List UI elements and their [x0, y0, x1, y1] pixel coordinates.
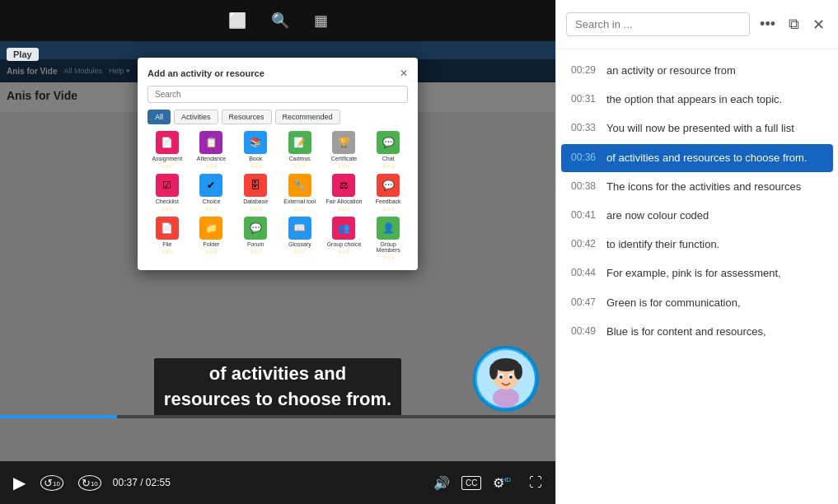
- play-badge: Play: [7, 48, 39, 61]
- fair-allocation-icon: ⚖: [332, 174, 355, 197]
- progress-bar-container[interactable]: [0, 415, 555, 418]
- more-options-button[interactable]: •••: [756, 12, 779, 36]
- transcript-text-0033: You will now be presented with a full li…: [606, 121, 794, 136]
- transcript-time-0038: 00:38: [571, 180, 600, 194]
- close-icon: ✕: [812, 16, 825, 33]
- activity-certificate[interactable]: 🏆 Certificate ☆☆☆: [325, 131, 364, 169]
- book-label: Book: [249, 156, 262, 161]
- activity-choice[interactable]: ✔ Choice ☆☆☆: [192, 174, 232, 212]
- transcript-item-0033[interactable]: 00:33 You will now be presented with a f…: [561, 114, 833, 142]
- tab-recommended[interactable]: Recommended: [275, 110, 340, 124]
- time-display: 00:37 / 02:55: [113, 477, 171, 488]
- copy-button[interactable]: ⧉: [785, 12, 803, 36]
- transcript-text-0042: to identify their function.: [606, 237, 719, 252]
- database-icon: 🗄: [244, 174, 267, 197]
- fullscreen-icon: ⛶: [529, 475, 542, 490]
- checklist-label: Checklist: [156, 198, 179, 204]
- activity-group-choice[interactable]: 👥 Group choice ☆☆☆: [325, 217, 364, 260]
- copy-icon: ⧉: [789, 16, 799, 32]
- transcript-item-0049[interactable]: 00:49 Blue is for content and resources,: [561, 318, 833, 346]
- activity-chat[interactable]: 💬 Chat ☆☆☆: [368, 131, 408, 169]
- activity-database[interactable]: 🗄 Database ☆☆☆: [236, 174, 275, 212]
- transcript-item-0047[interactable]: 00:47 Green is for communication,: [561, 289, 833, 317]
- forward-icon: ↻10: [78, 475, 101, 491]
- attendance-icon: 📋: [199, 131, 222, 154]
- activity-group-members[interactable]: 👤 Group Members ☆☆☆: [368, 217, 408, 260]
- video-panel: ⬜ 🔍 ▦ Anis for Vide All Modules Help ▾ A…: [0, 0, 555, 504]
- group-members-label: Group Members: [368, 241, 408, 253]
- external-tool-icon: 🔧: [288, 174, 311, 197]
- activity-checklist[interactable]: ☑ Checklist ☆☆☆: [147, 174, 187, 212]
- transcript-header: ••• ⧉ ✕: [556, 0, 838, 49]
- glossary-icon: 📖: [288, 217, 311, 240]
- choice-label: Choice: [203, 198, 221, 204]
- tab-all[interactable]: All: [147, 110, 171, 124]
- activity-forum[interactable]: 💬 Forum ☆☆☆: [236, 217, 275, 260]
- video-top-bar: ⬜ 🔍 ▦: [0, 0, 555, 41]
- activity-assignment[interactable]: 📄 Assignment ☆☆☆: [147, 131, 187, 169]
- group-choice-icon: 👥: [332, 217, 355, 240]
- activity-glossary[interactable]: 📖 Glossary ☆☆☆: [280, 217, 320, 260]
- checklist-icon: ☑: [156, 174, 179, 197]
- feedback-label: Feedback: [376, 198, 401, 204]
- transcript-text-0047: Green is for communication,: [606, 296, 741, 310]
- play-button[interactable]: ▶: [10, 469, 29, 496]
- transcript-toggle-button[interactable]: ▦: [310, 7, 332, 34]
- assignment-label: Assignment: [152, 156, 183, 161]
- transcript-list: 00:29 an activity or resource from 00:31…: [556, 49, 838, 504]
- search-video-button[interactable]: 🔍: [267, 7, 293, 34]
- volume-button[interactable]: 🔊: [430, 472, 453, 494]
- activity-book[interactable]: 📚 Book ☆☆☆: [236, 131, 275, 169]
- assignment-icon: 📄: [156, 131, 179, 154]
- chat-icon: 💬: [377, 131, 400, 154]
- transcript-time-0041: 00:41: [571, 208, 600, 223]
- transcript-time-0031: 00:31: [571, 92, 600, 107]
- transcript-item-0044[interactable]: 00:44 For example, pink is for assessmen…: [561, 259, 833, 287]
- theater-mode-button[interactable]: ⬜: [224, 7, 250, 34]
- fair-allocation-label: Fair Allocation: [326, 198, 363, 204]
- rewind-button[interactable]: ↺10: [37, 472, 67, 494]
- volume-icon: 🔊: [433, 475, 450, 491]
- transcript-search-input[interactable]: [566, 12, 750, 36]
- transcript-item-0031[interactable]: 00:31 the option that appears in each to…: [561, 86, 833, 114]
- add-activity-modal: Add an activity or resource ✕ All Activi…: [138, 58, 418, 270]
- folder-label: Folder: [204, 241, 220, 247]
- activity-file[interactable]: 📄 File ☆☆☆: [147, 217, 187, 260]
- activity-attendance[interactable]: 📋 Attendance ☆☆☆: [192, 131, 232, 169]
- cadmus-icon: 📝: [288, 131, 311, 154]
- settings-button[interactable]: ⚙ HD: [489, 472, 517, 494]
- transcript-item-0041[interactable]: 00:41 are now colour coded: [561, 202, 833, 230]
- more-options-icon: •••: [760, 16, 775, 32]
- modal-search-input[interactable]: [147, 86, 408, 103]
- transcript-time-0036: 00:36: [571, 151, 600, 166]
- forward-button[interactable]: ↻10: [75, 472, 105, 494]
- transcript-item-0042[interactable]: 00:42 to identify their function.: [561, 231, 833, 259]
- transcript-time-0033: 00:33: [571, 121, 600, 136]
- chat-label: Chat: [382, 156, 395, 161]
- transcript-item-0038[interactable]: 00:38 The icons for the activities and r…: [561, 173, 833, 201]
- modal-close-button[interactable]: ✕: [400, 68, 408, 79]
- cc-button[interactable]: CC: [461, 476, 481, 490]
- tab-resources[interactable]: Resources: [222, 110, 272, 124]
- activity-cadmus[interactable]: 📝 Cadmus ☆☆☆: [280, 131, 320, 169]
- transcript-text-0041: are now colour coded: [606, 208, 709, 223]
- activity-fair-allocation[interactable]: ⚖ Fair Allocation ☆☆☆: [325, 174, 364, 212]
- tab-activities[interactable]: Activities: [174, 110, 218, 124]
- fullscreen-button[interactable]: ⛶: [526, 472, 545, 493]
- modal-title: Add an activity or resource: [147, 68, 265, 78]
- book-icon: 📚: [244, 131, 267, 154]
- activity-external-tool[interactable]: 🔧 External tool ☆☆☆: [280, 174, 320, 212]
- transcript-item-0029[interactable]: 00:29 an activity or resource from: [561, 57, 833, 85]
- activity-folder[interactable]: 📁 Folder ☆☆☆: [192, 217, 232, 260]
- group-choice-label: Group choice: [327, 241, 362, 247]
- transcript-item-0036[interactable]: 00:36 of activities and resources to cho…: [561, 144, 833, 172]
- database-label: Database: [243, 198, 268, 204]
- file-icon: 📄: [156, 217, 179, 240]
- activity-feedback[interactable]: 💬 Feedback ☆☆☆: [368, 174, 408, 212]
- close-transcript-button[interactable]: ✕: [809, 12, 828, 37]
- modal-header: Add an activity or resource ✕: [147, 68, 408, 79]
- transcript-time-0029: 00:29: [571, 63, 600, 78]
- attendance-label: Attendance: [197, 156, 226, 161]
- transcript-text-0031: the option that appears in each topic.: [606, 92, 782, 107]
- activity-grid: 📄 Assignment ☆☆☆ 📋 Attendance ☆☆☆ 📚 Book: [147, 131, 408, 260]
